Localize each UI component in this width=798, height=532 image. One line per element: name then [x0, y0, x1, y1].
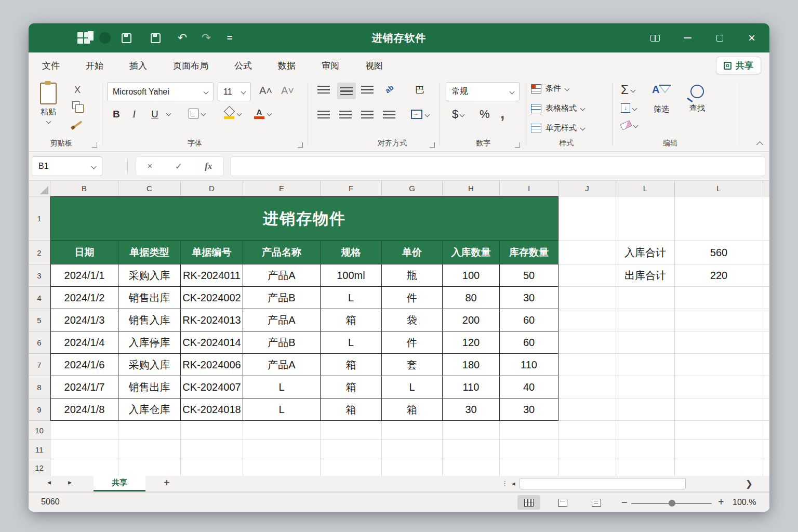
table-cell[interactable]: 60: [500, 331, 558, 354]
borders-button[interactable]: [189, 109, 205, 118]
align-top-button[interactable]: [317, 86, 330, 94]
table-cell[interactable]: 销售出库: [118, 376, 181, 398]
wrap-text-button[interactable]: 巴: [415, 84, 424, 96]
view-normal-button[interactable]: [517, 495, 540, 510]
cell[interactable]: [558, 459, 616, 476]
column-header-H[interactable]: H: [443, 181, 500, 196]
column-header-I[interactable]: I: [500, 181, 558, 196]
zoom-in-button[interactable]: +: [718, 496, 724, 508]
alignment-dialog-launcher-icon[interactable]: [430, 142, 435, 148]
cell[interactable]: [558, 264, 616, 287]
copy-button[interactable]: [72, 101, 80, 109]
accounting-format-button[interactable]: $: [452, 108, 464, 121]
hscroll-left-icon[interactable]: ◂: [512, 480, 515, 487]
font-name-combo[interactable]: Microsoft Yahei: [107, 82, 214, 101]
zoom-out-button[interactable]: −: [621, 497, 628, 509]
cell[interactable]: [321, 459, 382, 476]
number-dialog-launcher-icon[interactable]: [515, 142, 520, 148]
cell[interactable]: [763, 398, 769, 421]
cell[interactable]: [243, 459, 321, 476]
cell[interactable]: [443, 421, 500, 440]
row-header-2[interactable]: 2: [29, 241, 50, 264]
row-header-5[interactable]: 5: [29, 309, 50, 331]
ribbon-collapse-icon[interactable]: [756, 141, 763, 148]
cell[interactable]: [616, 331, 675, 354]
table-cell[interactable]: 30: [500, 398, 558, 421]
select-all-corner[interactable]: [29, 181, 50, 196]
table-cell[interactable]: 200: [443, 309, 500, 331]
cell[interactable]: [675, 376, 763, 398]
row-header-3[interactable]: 3: [29, 264, 50, 287]
table-cell[interactable]: 60: [500, 309, 558, 331]
cell[interactable]: [118, 421, 181, 440]
table-cell[interactable]: CK-2024002: [181, 287, 243, 309]
table-cell[interactable]: 2024/1/2: [50, 287, 118, 309]
cell[interactable]: [675, 196, 763, 241]
column-header-G[interactable]: G: [382, 181, 443, 196]
align-center-button[interactable]: [339, 111, 352, 118]
ribbon-tab-4[interactable]: 公式: [231, 58, 255, 74]
table-cell[interactable]: 2024/1/6: [50, 354, 118, 376]
table-header-cell[interactable]: 产品名称: [243, 241, 321, 264]
table-cell[interactable]: 40: [500, 376, 558, 398]
cell[interactable]: [500, 459, 558, 476]
table-cell[interactable]: 销售出库: [118, 287, 181, 309]
table-header-cell[interactable]: 单据类型: [118, 241, 181, 264]
cell[interactable]: [675, 331, 763, 354]
table-cell[interactable]: 箱: [321, 354, 382, 376]
shrink-font-button[interactable]: A˅: [281, 85, 294, 97]
row-header-1[interactable]: 1: [29, 196, 50, 241]
table-header-cell[interactable]: 入库数量: [443, 241, 500, 264]
column-header-E[interactable]: E: [243, 181, 321, 196]
column-header-D[interactable]: D: [181, 181, 243, 196]
cell[interactable]: [181, 440, 243, 459]
cell[interactable]: [181, 421, 243, 440]
table-cell[interactable]: CK-2024014: [181, 331, 243, 354]
table-cell[interactable]: CK-2024007: [181, 376, 243, 398]
cell[interactable]: [675, 459, 763, 476]
column-header-L[interactable]: L: [616, 181, 675, 196]
cell[interactable]: [558, 331, 616, 354]
cell[interactable]: [616, 354, 675, 376]
cell[interactable]: [382, 421, 443, 440]
table-cell[interactable]: 50: [500, 264, 558, 287]
cell[interactable]: [763, 376, 769, 398]
font-size-combo[interactable]: 11: [218, 82, 251, 101]
cell[interactable]: [616, 196, 675, 241]
orientation-button[interactable]: ab: [383, 83, 395, 95]
row-header-11[interactable]: 11: [29, 440, 50, 459]
table-cell[interactable]: 采购入库: [118, 264, 181, 287]
cell[interactable]: [616, 309, 675, 331]
font-dialog-launcher-icon[interactable]: [298, 142, 303, 148]
ribbon-tab-7[interactable]: 视图: [362, 58, 386, 74]
ribbon-tab-0[interactable]: 文件: [39, 58, 63, 74]
column-header-B[interactable]: B: [50, 181, 118, 196]
table-cell[interactable]: RK-2024006: [181, 354, 243, 376]
align-left-button[interactable]: [317, 111, 330, 118]
cell[interactable]: [558, 287, 616, 309]
align-bottom-button[interactable]: [361, 86, 374, 94]
cell[interactable]: [558, 440, 616, 459]
sheet-tab-active[interactable]: 共享: [94, 476, 145, 491]
cell[interactable]: [500, 421, 558, 440]
cell[interactable]: [763, 196, 769, 241]
table-cell[interactable]: 采购入库: [118, 354, 181, 376]
cell[interactable]: [675, 354, 763, 376]
hscroll-thumb[interactable]: [520, 478, 686, 489]
format-painter-button[interactable]: [73, 123, 83, 125]
table-cell[interactable]: 180: [443, 354, 500, 376]
cell[interactable]: [763, 331, 769, 354]
cell[interactable]: [50, 459, 118, 476]
row-header-9[interactable]: 9: [29, 398, 50, 421]
cell[interactable]: [118, 459, 181, 476]
name-box[interactable]: B1: [32, 156, 102, 176]
column-header-C[interactable]: C: [118, 181, 181, 196]
table-cell[interactable]: 套: [382, 354, 443, 376]
table-cell[interactable]: 2024/1/1: [50, 264, 118, 287]
row-header-4[interactable]: 4: [29, 287, 50, 309]
table-cell[interactable]: 瓶: [382, 264, 443, 287]
fill-color-button[interactable]: [224, 108, 241, 119]
summary-value-in[interactable]: 560: [675, 241, 763, 264]
cell[interactable]: [675, 440, 763, 459]
sheet-title-cell[interactable]: 进销存物件: [50, 196, 558, 241]
